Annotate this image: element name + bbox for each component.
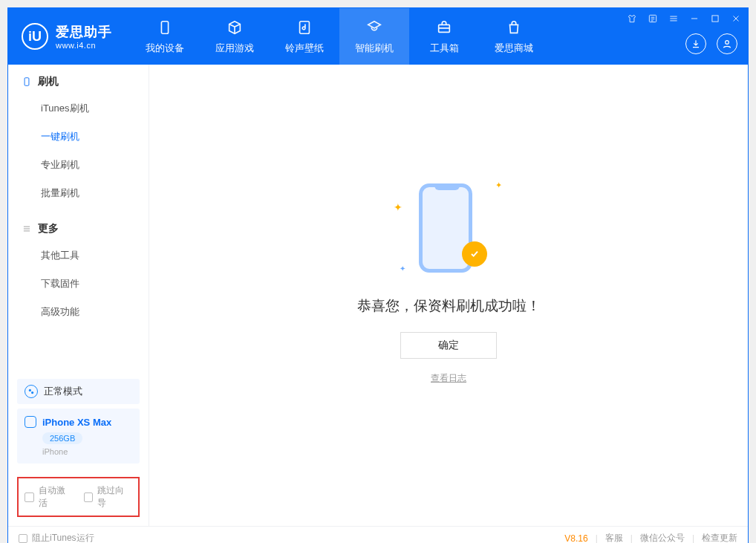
cube-icon bbox=[225, 18, 244, 37]
section-head-1: 更多 bbox=[8, 222, 149, 241]
tab-music[interactable]: 铃声壁纸 bbox=[270, 8, 339, 65]
footer-link-wechat[interactable]: 微信公众号 bbox=[640, 532, 685, 543]
svg-rect-0 bbox=[161, 22, 168, 34]
close-icon[interactable] bbox=[730, 13, 742, 25]
tab-label: 铃声壁纸 bbox=[285, 42, 324, 55]
sparkle-icon: ✦ bbox=[400, 264, 405, 273]
sidebar-item-0-1[interactable]: 一键刷机 bbox=[8, 123, 149, 151]
view-log-link[interactable]: 查看日志 bbox=[431, 372, 466, 385]
auto-activate-checkbox[interactable]: 自动激活 bbox=[25, 484, 74, 510]
svg-rect-1 bbox=[300, 22, 310, 34]
sidebar-item-1-2[interactable]: 高级功能 bbox=[8, 298, 149, 326]
section-head-0: 刷机 bbox=[8, 75, 149, 94]
logo-icon: iU bbox=[22, 23, 48, 50]
block-itunes-checkbox[interactable]: 阻止iTunes运行 bbox=[19, 532, 94, 543]
check-badge-icon bbox=[462, 241, 487, 267]
app-name: 爱思助手 bbox=[56, 23, 112, 41]
svg-rect-6 bbox=[25, 78, 29, 86]
main-tabs: 我的设备应用游戏铃声壁纸智能刷机工具箱爱思商城 bbox=[130, 8, 549, 65]
music-icon bbox=[295, 18, 314, 37]
tab-label: 智能刷机 bbox=[355, 42, 394, 55]
app-url: www.i4.cn bbox=[56, 41, 112, 50]
tab-refresh[interactable]: 智能刷机 bbox=[339, 8, 409, 65]
device-capacity: 256GB bbox=[42, 432, 82, 444]
maximize-icon[interactable] bbox=[709, 13, 721, 25]
ok-button[interactable]: 确定 bbox=[400, 332, 497, 359]
device-name: iPhone XS Max bbox=[42, 417, 111, 428]
mode-icon bbox=[25, 385, 38, 398]
header-actions bbox=[685, 33, 737, 54]
svg-rect-4 bbox=[712, 16, 718, 22]
footer: 阻止iTunes运行 V8.16 | 客服 | 微信公众号 | 检查更新 bbox=[8, 526, 748, 543]
tab-cube[interactable]: 应用游戏 bbox=[200, 8, 270, 65]
shirt-icon[interactable] bbox=[626, 13, 638, 25]
refresh-icon bbox=[365, 18, 384, 37]
success-headline: 恭喜您，保资料刷机成功啦！ bbox=[357, 296, 541, 316]
toolbox-icon bbox=[434, 18, 454, 37]
tab-label: 应用游戏 bbox=[215, 42, 254, 55]
mode-label: 正常模式 bbox=[44, 385, 82, 398]
device-mode[interactable]: 正常模式 bbox=[17, 379, 140, 404]
device-subtype: iPhone bbox=[42, 447, 132, 456]
svg-point-7 bbox=[29, 389, 31, 391]
tab-device[interactable]: 我的设备 bbox=[130, 8, 200, 65]
svg-point-5 bbox=[726, 41, 729, 45]
sidebar: 刷机iTunes刷机一键刷机专业刷机批量刷机更多其他工具下载固件高级功能 正常模… bbox=[8, 65, 149, 526]
success-illustration: ✦ ✦ ✦ bbox=[397, 176, 501, 280]
sidebar-item-0-0[interactable]: iTunes刷机 bbox=[8, 94, 149, 123]
minimize-icon[interactable] bbox=[688, 13, 700, 25]
footer-link-support[interactable]: 客服 bbox=[605, 532, 623, 543]
skip-guide-checkbox[interactable]: 跳过向导 bbox=[84, 484, 133, 510]
options-highlight: 自动激活 跳过向导 bbox=[17, 477, 140, 517]
app-logo: iU 爱思助手 www.i4.cn bbox=[8, 23, 126, 50]
footer-link-update[interactable]: 检查更新 bbox=[702, 532, 737, 543]
download-icon[interactable] bbox=[685, 33, 706, 54]
sparkle-icon: ✦ bbox=[495, 181, 502, 190]
sidebar-item-1-0[interactable]: 其他工具 bbox=[8, 241, 149, 270]
tab-toolbox[interactable]: 工具箱 bbox=[409, 8, 479, 65]
sidebar-item-0-2[interactable]: 专业刷机 bbox=[8, 151, 149, 179]
shop-icon bbox=[504, 18, 524, 37]
device-panel[interactable]: iPhone XS Max 256GB iPhone bbox=[17, 409, 140, 464]
user-icon[interactable] bbox=[717, 33, 737, 54]
device-icon bbox=[155, 18, 175, 37]
app-window: iU 爱思助手 www.i4.cn 我的设备应用游戏铃声壁纸智能刷机工具箱爱思商… bbox=[7, 7, 749, 543]
sidebar-item-1-1[interactable]: 下载固件 bbox=[8, 270, 149, 298]
tab-label: 爱思商城 bbox=[495, 42, 533, 55]
version-label: V8.16 bbox=[564, 533, 587, 544]
svg-point-8 bbox=[31, 391, 33, 394]
sidebar-item-0-3[interactable]: 批量刷机 bbox=[8, 179, 149, 207]
sparkle-icon: ✦ bbox=[394, 201, 403, 213]
main-content: ✦ ✦ ✦ 恭喜您，保资料刷机成功啦！ 确定 查看日志 bbox=[149, 65, 748, 526]
device-icon bbox=[25, 416, 36, 428]
titlebar: iU 爱思助手 www.i4.cn 我的设备应用游戏铃声壁纸智能刷机工具箱爱思商… bbox=[8, 8, 748, 65]
menu-icon[interactable] bbox=[668, 13, 680, 25]
tab-label: 工具箱 bbox=[430, 42, 459, 55]
list-icon[interactable] bbox=[647, 13, 659, 25]
tab-shop[interactable]: 爱思商城 bbox=[479, 8, 549, 65]
window-controls bbox=[626, 13, 742, 25]
body: 刷机iTunes刷机一键刷机专业刷机批量刷机更多其他工具下载固件高级功能 正常模… bbox=[8, 65, 748, 526]
tab-label: 我的设备 bbox=[146, 42, 184, 55]
